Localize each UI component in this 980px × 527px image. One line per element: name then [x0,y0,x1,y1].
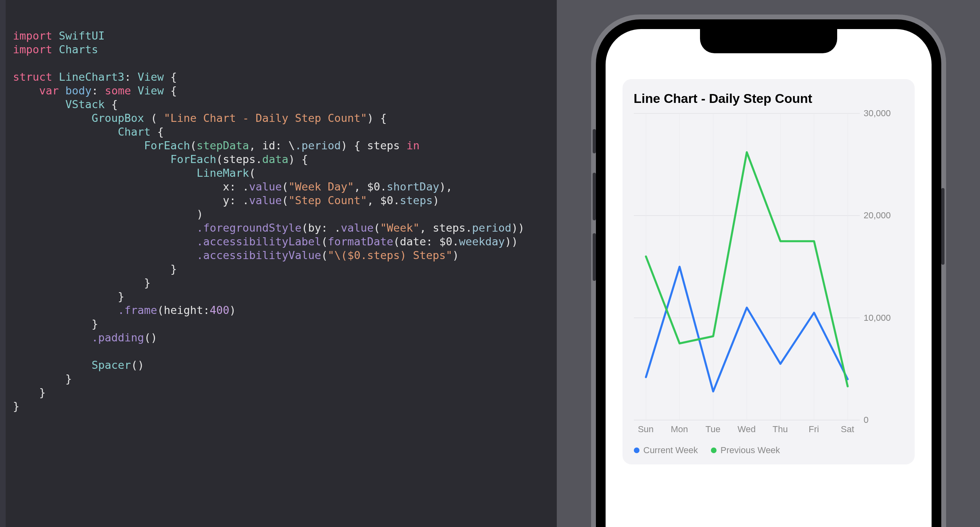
x-axis-labels: SunMonTueWedThuFriSat [634,424,860,440]
groupbox-card: Line Chart - Daily Step Count 010,00020,… [623,79,915,464]
y-tick-label: 0 [864,415,869,425]
iphone-frame: Line Chart - Daily Step Count 010,00020,… [596,19,941,527]
preview-pane: Line Chart - Daily Step Count 010,00020,… [557,0,980,527]
x-tick-label: Sat [841,424,854,435]
swift-source-code[interactable]: import SwiftUI import Charts struct Line… [13,29,524,413]
phone-notch [700,29,837,53]
x-tick-label: Tue [706,424,721,435]
legend-item-current-week: Current Week [634,445,698,456]
legend-dot-icon [634,448,639,453]
phone-screen: Line Chart - Daily Step Count 010,00020,… [606,29,932,527]
phone-side-button [941,188,944,265]
legend-dot-icon [711,448,717,453]
legend-label: Previous Week [721,445,780,456]
phone-silent-switch [593,129,596,153]
y-tick-label: 30,000 [864,108,891,119]
code-editor-pane[interactable]: import SwiftUI import Charts struct Line… [0,0,557,527]
chart-plot-area: 010,00020,00030,000 SunMonTueWedThuFriSa… [634,113,903,420]
legend-label: Current Week [644,445,698,456]
y-tick-label: 20,000 [864,210,891,221]
x-tick-label: Thu [773,424,788,435]
legend-item-previous-week: Previous Week [711,445,780,456]
chart-title: Line Chart - Daily Step Count [634,91,903,106]
chart-legend: Current Week Previous Week [634,445,903,456]
x-tick-label: Mon [671,424,688,435]
phone-volume-down [593,233,596,281]
x-tick-label: Fri [809,424,819,435]
y-tick-label: 10,000 [864,313,891,323]
line-chart-svg [634,113,860,420]
x-tick-label: Wed [738,424,756,435]
phone-volume-up [593,173,596,220]
x-tick-label: Sun [638,424,654,435]
editor-gutter [0,0,6,527]
